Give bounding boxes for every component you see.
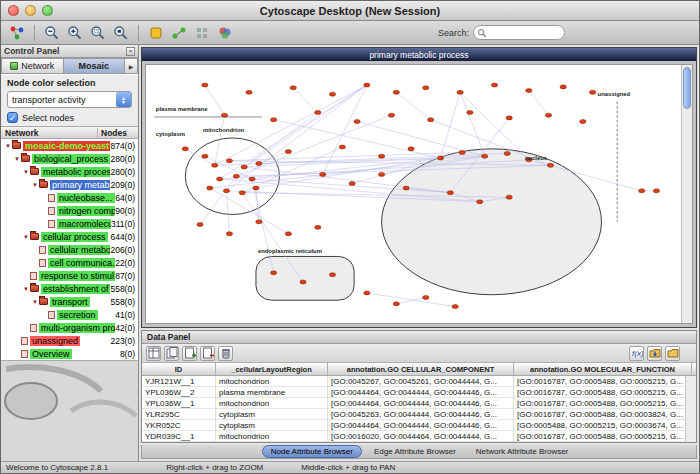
tree-item[interactable]: cellular metabo...206(0)	[1, 243, 138, 256]
table-vertical-scrollbar[interactable]	[685, 376, 696, 442]
network-edge[interactable]	[226, 85, 366, 191]
network-edge[interactable]	[226, 191, 229, 234]
tab-network[interactable]: Network	[1, 58, 64, 74]
network-node[interactable]	[560, 85, 566, 89]
network-edge[interactable]	[460, 92, 485, 156]
network-node[interactable]	[393, 302, 399, 306]
network-edge[interactable]	[440, 92, 460, 158]
network-node[interactable]	[197, 223, 203, 227]
network-node[interactable]	[354, 120, 360, 124]
disclosure-triangle-icon[interactable]: ▼	[4, 143, 12, 149]
network-node[interactable]	[506, 116, 512, 120]
network-node[interactable]	[246, 90, 252, 94]
table-row[interactable]: YLR295Ccytoplasm[GO:0045263, GO:0044444,…	[142, 409, 696, 420]
network-node[interactable]	[364, 83, 370, 87]
close-button[interactable]	[8, 5, 19, 16]
column-header[interactable]: _cellularLayoutRegion	[216, 363, 328, 375]
annotation-icon[interactable]	[146, 23, 166, 43]
network-node[interactable]	[580, 120, 586, 124]
network-graph[interactable]: plasma membranecytoplasmmitochondrionnuc…	[146, 65, 681, 323]
select-nodes-checkbox[interactable]: ✓	[7, 112, 18, 123]
network-node[interactable]	[315, 110, 321, 114]
tree-item[interactable]: ▼transport558(0)	[1, 295, 138, 308]
network-node[interactable]	[202, 83, 208, 87]
vizmapper-icon[interactable]	[215, 23, 235, 43]
network-node[interactable]	[482, 154, 488, 158]
disclosure-triangle-icon[interactable]: ▼	[13, 156, 21, 162]
column-header[interactable]: annotation.GO CELLULAR_COMPONENT	[328, 363, 514, 375]
tree-item[interactable]: ▼establishment of lo...558(0)	[1, 282, 138, 295]
column-header[interactable]: ID	[142, 363, 216, 375]
tree-item[interactable]: macromolecule...311(0)	[1, 217, 138, 230]
network-edge[interactable]	[236, 115, 391, 176]
network-node[interactable]	[403, 186, 409, 190]
zoom-fit-icon[interactable]	[111, 23, 131, 43]
network-node[interactable]	[459, 151, 465, 155]
table-row[interactable]: YDR039C__1mitochondrion[GO:0016020, GO:0…	[142, 431, 696, 442]
network-node[interactable]	[653, 189, 659, 193]
network-node[interactable]	[547, 163, 553, 167]
network-edge[interactable]	[205, 85, 225, 115]
tree-item[interactable]: secretion41(0)	[1, 308, 138, 321]
network-node[interactable]	[285, 232, 291, 236]
network-vertical-scrollbar[interactable]	[681, 65, 692, 323]
tab-network-attribute-browser[interactable]: Network Attribute Browser	[468, 446, 576, 457]
network-node[interactable]	[256, 220, 262, 224]
tree-item[interactable]: ▼metabolic process280(0)	[1, 165, 138, 178]
table-row[interactable]: YPL036W__2plasma membrane[GO:0044464, GO…	[142, 387, 696, 398]
network-node[interactable]	[256, 161, 262, 165]
network-node[interactable]	[216, 177, 222, 181]
tab-overflow-arrow-icon[interactable]: ▶	[125, 58, 138, 74]
tree-item[interactable]: unassigned223(0)	[1, 334, 138, 347]
network-node[interactable]	[452, 305, 458, 309]
attribute-delete-icon[interactable]	[200, 346, 215, 361]
network-node[interactable]	[393, 90, 399, 94]
network-node[interactable]	[504, 151, 510, 155]
network-node[interactable]	[526, 89, 532, 93]
attribute-new-icon[interactable]	[182, 346, 197, 361]
network-edge[interactable]	[529, 91, 549, 116]
network-node[interactable]	[285, 150, 291, 154]
tree-item[interactable]: cell communica...22(0)	[1, 256, 138, 269]
color-attribute-dropdown[interactable]: transporter activity ▲▼	[7, 91, 132, 108]
network-node[interactable]	[408, 147, 414, 151]
network-node[interactable]	[226, 159, 232, 163]
network-node[interactable]	[364, 291, 370, 295]
network-node[interactable]	[467, 110, 473, 114]
network-node[interactable]	[506, 195, 512, 199]
network-node[interactable]	[339, 145, 345, 149]
disclosure-triangle-icon[interactable]: ▼	[22, 169, 30, 175]
tree-item[interactable]: ▼biological_process280(0)	[1, 152, 138, 165]
new-network-icon[interactable]	[7, 23, 27, 43]
network-node[interactable]	[329, 92, 335, 96]
network-node[interactable]	[457, 90, 463, 94]
network-node[interactable]	[202, 154, 208, 158]
tree-item[interactable]: ▼cellular process644(0)	[1, 230, 138, 243]
network-node[interactable]	[241, 165, 247, 169]
network-node[interactable]	[182, 147, 188, 151]
attribute-select-icon[interactable]	[146, 346, 161, 361]
network-node[interactable]	[349, 182, 355, 186]
network-edge[interactable]	[244, 85, 367, 167]
tree-item[interactable]: ▼mosaic-demo-yeast874(0)	[1, 139, 138, 152]
tree-item[interactable]: Overview8(0)	[1, 347, 138, 360]
zoom-button[interactable]	[42, 5, 53, 16]
network-node[interactable]	[270, 118, 276, 122]
network-node[interactable]	[212, 163, 218, 167]
first-neighbors-icon[interactable]	[169, 23, 189, 43]
network-node[interactable]	[329, 273, 335, 277]
network-node[interactable]	[290, 86, 296, 90]
network-node[interactable]	[233, 174, 239, 178]
layout-icon[interactable]	[192, 23, 212, 43]
import-attributes-icon[interactable]	[647, 346, 662, 361]
scrollbar-thumb[interactable]	[683, 67, 691, 109]
network-node[interactable]	[226, 232, 232, 236]
disclosure-triangle-icon[interactable]: ▼	[31, 182, 39, 188]
network-node[interactable]	[315, 225, 321, 229]
table-row[interactable]: YKR052Ccytoplasm[GO:0044464, GO:0044444,…	[142, 420, 696, 431]
network-node[interactable]	[239, 191, 245, 195]
network-node[interactable]	[437, 156, 443, 160]
network-node[interactable]	[423, 295, 429, 299]
network-node[interactable]	[207, 186, 213, 190]
network-edge[interactable]	[357, 122, 485, 157]
